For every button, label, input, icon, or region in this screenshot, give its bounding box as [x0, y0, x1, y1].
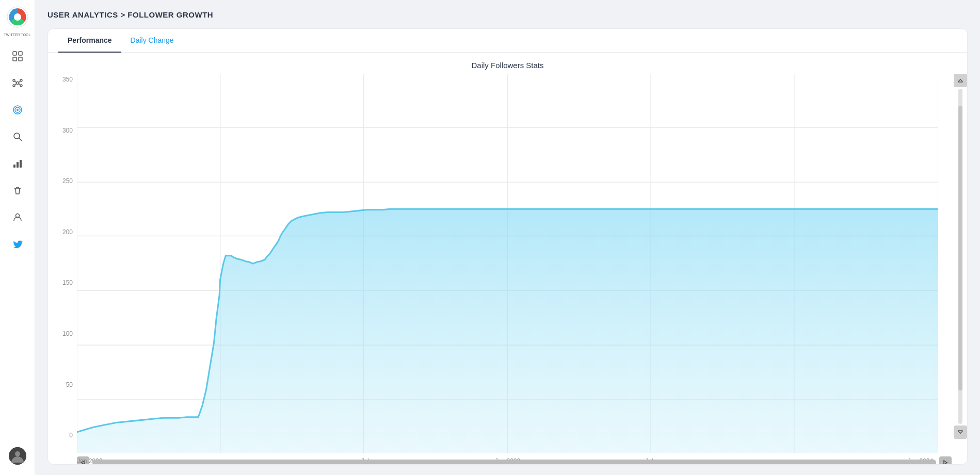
- scrollbar-up-btn[interactable]: [954, 74, 967, 87]
- sidebar-item-network[interactable]: [6, 72, 29, 94]
- svg-rect-5: [19, 57, 22, 61]
- vertical-scrollbar: [954, 74, 967, 453]
- chart-area-fill: [77, 209, 938, 453]
- app-name-label: TWITTER TOOL: [4, 33, 31, 37]
- h-scrollbar-thumb[interactable]: [92, 460, 936, 464]
- h-scrollbar-right-btn[interactable]: [939, 456, 952, 464]
- y-label-200: 200: [48, 228, 77, 236]
- user-avatar[interactable]: [9, 447, 26, 465]
- svg-line-51: [944, 461, 947, 463]
- y-label-250: 250: [48, 177, 77, 185]
- y-label-50: 50: [48, 381, 77, 388]
- v-scrollbar-thumb[interactable]: [958, 106, 962, 391]
- y-label-100: 100: [48, 330, 77, 337]
- y-label-150: 150: [48, 279, 77, 286]
- sidebar: TWITTER TOOL: [0, 0, 35, 475]
- sidebar-item-trash[interactable]: [6, 179, 29, 202]
- sidebar-item-target[interactable]: [6, 99, 29, 121]
- svg-point-6: [16, 82, 19, 85]
- analytics-card: Performance Daily Change Daily Followers…: [47, 28, 968, 465]
- x-axis: Jan 2022 Jul Jan 2023 Jul Jan 2024: [77, 455, 938, 457]
- y-label-0: 0: [48, 432, 77, 439]
- main-content: USER ANALYTICS > FOLLOWER GROWTH Perform…: [35, 0, 980, 475]
- svg-line-45: [958, 431, 960, 433]
- sidebar-item-dashboard[interactable]: [6, 45, 29, 68]
- svg-line-46: [960, 431, 962, 433]
- svg-point-17: [17, 109, 19, 111]
- svg-point-7: [13, 79, 15, 81]
- v-scrollbar-track: [958, 89, 962, 424]
- svg-point-9: [13, 85, 15, 87]
- scrollbar-down-btn[interactable]: [954, 425, 967, 439]
- svg-rect-22: [20, 160, 22, 168]
- sidebar-item-search[interactable]: [6, 125, 29, 148]
- breadcrumb: USER ANALYTICS > FOLLOWER GROWTH: [47, 10, 968, 19]
- y-label-350: 350: [48, 76, 77, 83]
- svg-line-13: [15, 84, 17, 85]
- svg-line-42: [960, 79, 962, 81]
- svg-line-12: [19, 81, 20, 83]
- svg-point-10: [20, 85, 22, 87]
- svg-line-11: [15, 81, 17, 83]
- svg-line-41: [958, 79, 960, 81]
- tab-performance[interactable]: Performance: [58, 29, 121, 53]
- chart-svg: [77, 74, 938, 453]
- chart-area: Daily Followers Stats 0 50 100 150 200 2…: [48, 53, 967, 464]
- svg-rect-21: [17, 162, 19, 168]
- svg-line-19: [19, 138, 22, 141]
- svg-point-8: [20, 79, 22, 81]
- tab-daily-change[interactable]: Daily Change: [121, 29, 183, 53]
- svg-line-14: [19, 84, 20, 85]
- svg-rect-3: [19, 52, 22, 55]
- svg-line-52: [944, 463, 947, 464]
- h-scrollbar-track: [92, 460, 936, 464]
- app-logo: [7, 6, 28, 28]
- sidebar-item-users[interactable]: [6, 206, 29, 228]
- svg-rect-4: [13, 57, 17, 61]
- y-axis: 0 50 100 150 200 250 300 350: [48, 74, 77, 453]
- svg-rect-20: [13, 165, 15, 168]
- svg-point-25: [15, 451, 20, 456]
- sidebar-item-twitter[interactable]: [6, 233, 29, 255]
- tab-bar: Performance Daily Change: [48, 29, 967, 53]
- svg-rect-2: [13, 52, 17, 55]
- chart-title: Daily Followers Stats: [48, 61, 967, 70]
- sidebar-item-analytics[interactable]: [6, 152, 29, 175]
- svg-point-1: [14, 13, 21, 21]
- y-label-300: 300: [48, 127, 77, 134]
- svg-point-18: [14, 133, 20, 139]
